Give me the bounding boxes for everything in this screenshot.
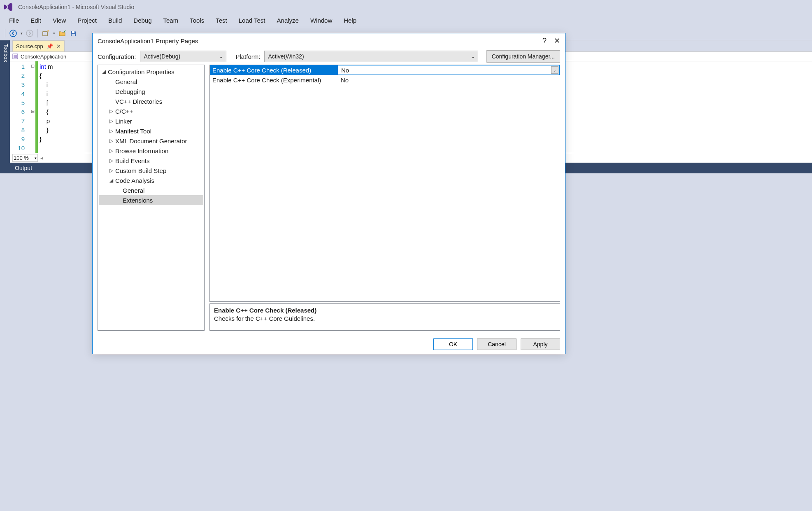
toolbar-divider — [37, 29, 38, 37]
menu-file[interactable]: File — [3, 14, 25, 26]
tree-item[interactable]: ◢Configuration Properties — [99, 67, 203, 77]
svg-rect-2 — [43, 32, 47, 36]
dialog-body: ◢Configuration PropertiesGeneralDebuggin… — [93, 65, 565, 173]
tree-item-label: General — [115, 78, 137, 85]
document-tab-source[interactable]: Source.cpp 📌 ✕ — [12, 40, 65, 51]
svg-rect-6 — [14, 55, 17, 58]
tree-item[interactable]: ▷Build Events — [99, 156, 203, 166]
menu-project[interactable]: Project — [72, 14, 102, 26]
scroll-left-icon[interactable]: ◂ — [40, 155, 43, 161]
tree-item[interactable]: VC++ Directories — [99, 96, 203, 106]
expand-icon[interactable]: ▷ — [109, 148, 114, 154]
tree-item[interactable]: ▷Manifest Tool — [99, 126, 203, 136]
window-title: ConsoleApplication1 - Microsoft Visual S… — [18, 4, 134, 10]
expand-icon[interactable]: ▷ — [109, 158, 114, 163]
svg-rect-4 — [72, 34, 75, 36]
configuration-manager-button[interactable]: Configuration Manager... — [486, 50, 560, 63]
expand-icon[interactable]: ▷ — [109, 128, 114, 134]
window-titlebar: ConsoleApplication1 - Microsoft Visual S… — [0, 0, 812, 14]
nav-forward-button[interactable] — [25, 28, 35, 38]
pin-icon[interactable]: 📌 — [47, 43, 53, 49]
expand-icon[interactable]: ▷ — [109, 168, 114, 173]
document-tab-label: Source.cpp — [16, 43, 43, 49]
close-icon[interactable]: ✕ — [56, 43, 61, 49]
dialog-config-row: Configuration: Active(Debug) ⌄ Platform:… — [93, 48, 565, 65]
menu-loadtest[interactable]: Load Test — [233, 14, 271, 26]
toolbar-divider — [5, 29, 5, 37]
property-grid[interactable]: Enable C++ Core Check (Released)No⌄Enabl… — [209, 65, 560, 173]
tree-item-label: XML Document Generator — [115, 138, 187, 145]
tree-item-label: Custom Build Step — [115, 167, 166, 174]
menu-help[interactable]: Help — [338, 14, 362, 26]
tree-item-label: Linker — [115, 118, 132, 125]
save-button[interactable] — [68, 28, 78, 38]
platform-select[interactable]: Active(Win32) ⌄ — [264, 51, 478, 62]
chevron-down-icon: ⌄ — [219, 54, 223, 59]
zoom-select[interactable]: 100 % ▾ — [12, 154, 38, 162]
tree-item-label: VC++ Directories — [115, 98, 162, 105]
tree-item[interactable]: ▷XML Document Generator — [99, 136, 203, 146]
menu-debug[interactable]: Debug — [128, 14, 157, 26]
dialog-title: ConsoleApplication1 Property Pages — [98, 37, 198, 44]
tree-item[interactable]: ▷Custom Build Step — [99, 166, 203, 173]
fold-gutter[interactable]: ⊟ ⊟ — [30, 61, 35, 153]
configuration-select[interactable]: Active(Debug) ⌄ — [140, 51, 226, 62]
expand-icon[interactable]: ◢ — [101, 69, 106, 75]
menu-team[interactable]: Team — [158, 14, 184, 26]
menu-analyze[interactable]: Analyze — [271, 14, 305, 26]
property-tree[interactable]: ◢Configuration PropertiesGeneralDebuggin… — [98, 65, 205, 173]
expand-icon[interactable]: ▷ — [109, 138, 114, 144]
configuration-label: Configuration: — [98, 53, 136, 60]
dialog-titlebar[interactable]: ConsoleApplication1 Property Pages ? ✕ — [93, 33, 565, 48]
tree-item[interactable]: ▷Linker — [99, 116, 203, 126]
menu-tools[interactable]: Tools — [184, 14, 210, 26]
platform-label: Platform: — [235, 53, 260, 60]
property-value[interactable]: No⌄ — [337, 65, 560, 75]
svg-point-1 — [26, 30, 33, 37]
menu-build[interactable]: Build — [102, 14, 128, 26]
expand-icon[interactable]: ▷ — [109, 118, 114, 124]
new-project-button[interactable] — [41, 28, 51, 38]
new-project-dropdown[interactable]: ▾ — [52, 31, 56, 35]
chevron-down-icon: ▾ — [35, 156, 37, 160]
svg-point-0 — [10, 30, 16, 37]
menu-window[interactable]: Window — [305, 14, 338, 26]
scope-icon — [12, 54, 18, 59]
menu-edit[interactable]: Edit — [25, 14, 47, 26]
tree-item-label: Build Events — [115, 157, 149, 164]
line-number-gutter: 12345678910 — [10, 61, 30, 153]
nav-back-button[interactable] — [8, 28, 18, 38]
property-pages-dialog: ConsoleApplication1 Property Pages ? ✕ C… — [92, 33, 565, 173]
menubar: File Edit View Project Build Debug Team … — [0, 14, 812, 26]
tree-item-label: Manifest Tool — [115, 128, 151, 135]
svg-rect-3 — [72, 31, 74, 33]
menu-test[interactable]: Test — [210, 14, 233, 26]
close-icon[interactable]: ✕ — [554, 36, 560, 45]
tree-item[interactable]: General — [99, 77, 203, 86]
tree-item[interactable]: ▷C/C++ — [99, 106, 203, 116]
property-grid-pane: Enable C++ Core Check (Released)No⌄Enabl… — [209, 65, 560, 173]
toolbox-sidebar-tab[interactable]: Toolbox — [0, 40, 10, 173]
expand-icon[interactable]: ▷ — [109, 108, 114, 114]
chevron-down-icon: ⌄ — [471, 54, 475, 59]
code-lines[interactable]: int m{ i i [ { p }} — [40, 61, 53, 153]
menu-view[interactable]: View — [47, 14, 72, 26]
property-row[interactable]: Enable C++ Core Check (Released)No⌄ — [210, 65, 560, 75]
chevron-down-icon[interactable]: ⌄ — [551, 66, 558, 74]
tree-item[interactable]: ▷Browse Information — [99, 146, 203, 156]
zoom-value: 100 % — [14, 155, 29, 161]
change-indicator — [35, 61, 38, 153]
tree-item-label: Browse Information — [115, 147, 168, 154]
scope-label[interactable]: ConsoleApplication — [21, 54, 66, 60]
tree-item[interactable]: Debugging — [99, 86, 203, 96]
property-name: Enable C++ Core Check (Released) — [210, 65, 337, 75]
property-row[interactable]: Enable C++ Core Check (Experimental)No — [210, 75, 560, 85]
open-file-button[interactable] — [57, 28, 67, 38]
tree-item-label: C/C++ — [115, 108, 133, 115]
property-value[interactable]: No — [337, 75, 560, 85]
tree-item-label: Configuration Properties — [108, 68, 174, 75]
nav-back-dropdown[interactable]: ▾ — [19, 31, 23, 35]
help-icon[interactable]: ? — [542, 37, 547, 45]
tree-item-label: Debugging — [115, 88, 145, 95]
property-name: Enable C++ Core Check (Experimental) — [210, 75, 337, 85]
